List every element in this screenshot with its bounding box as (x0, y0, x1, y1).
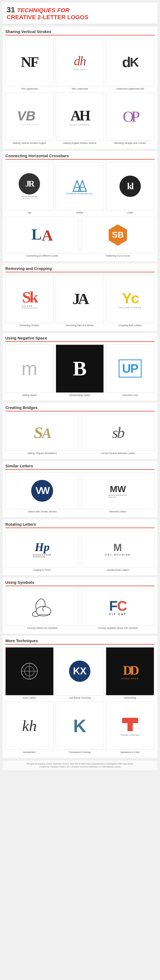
svg-marker-2 (78, 181, 86, 191)
section-title: Connecting Horizontal Crossbars (5, 153, 155, 160)
fc-c: C (117, 598, 126, 614)
list-item: K Transparent Overlap (56, 702, 104, 754)
logo-label: Transparent Overlap (69, 751, 91, 754)
logo-grid: m Adding Space B Manipulating Space UP U… (5, 345, 155, 397)
kh-logo: kh (22, 717, 37, 735)
title-number: 31 (7, 6, 17, 14)
logo-label: Upside-Down Letters (107, 569, 129, 572)
fc-wrap: FC FIT CAT (109, 599, 126, 616)
logo-grid: Hp SPARHANGERHORSECARE Angling to Touch … (5, 531, 155, 572)
section-title: Sharing Vertical Strokes (5, 29, 155, 35)
dd-sub: DIANA DOGG (121, 678, 139, 679)
nf-logo: NF (21, 54, 38, 70)
mw-sub: MARKWEAVERDESIGN (109, 494, 127, 498)
footer: All logos are property of their respecti… (3, 760, 157, 771)
alireza-svg (69, 178, 90, 192)
logo-label: Turning Negative Space Into Symbols (98, 627, 138, 630)
logo-box-la: LA (5, 216, 79, 253)
logo-label: Angling to Touch (34, 569, 51, 572)
sk-wrap: Sk SALOMEKLOPFENSTEIN (6, 275, 53, 323)
logo-label: Making Vertical Strokes Angled (13, 142, 46, 145)
dk-logo: dK (122, 54, 138, 70)
mw-wrap: MW MARKWEAVERDESIGN (109, 484, 127, 498)
comedy-svg (20, 662, 39, 681)
swan-svg (29, 594, 56, 620)
logo-box-ja: JA (56, 275, 104, 323)
logo-box-kh: kh (5, 702, 54, 750)
sa-logo: SA (34, 423, 51, 442)
section-negative-space: Using Negative Space m Adding Space B Ma… (3, 333, 157, 401)
logo-label: Two Uppercase (21, 88, 38, 91)
logo-label: Two Lowercase (72, 88, 88, 91)
m-logo: m (21, 358, 37, 379)
mw-logo: MW (110, 484, 126, 494)
list-item: Hp SPARHANGERHORSECARE Angling to Touch (5, 531, 79, 572)
alireza-wrap: ALIREZA HOLDING CO. (67, 178, 93, 194)
list-item: Tommy Chandra Variations in Color (106, 702, 154, 754)
list-item: FC FIT CAT Turning Negative Space Into S… (81, 589, 155, 630)
logo-label: Top (27, 211, 32, 215)
logo-label: Turning Letters into Symbols (27, 627, 57, 630)
logo-box-vb: VB VILLABOUND (5, 92, 54, 141)
sb2-logo: sb (112, 424, 124, 442)
logo-box-kl: kl (106, 162, 154, 210)
logo-box-nf: NF (5, 38, 54, 86)
logo-label: Removing Strokes (20, 324, 40, 327)
list-item: DD DIANA DOGG Interlocking (106, 647, 154, 699)
section-removing-cropping: Removing and Cropping Sk SALOMEKLOPFENST… (3, 264, 157, 331)
list-item: KX Just Barely Touching (56, 647, 104, 699)
fc-sub: FIT CAT (109, 613, 126, 616)
logo-label: Unbroken Line (122, 394, 138, 397)
logo-label: Letters with Similar Strokes (27, 510, 56, 514)
list-item: dK Lowercase-Uppercase Mix (106, 38, 154, 90)
kl-circle: kl (120, 176, 141, 197)
ah-logo-wrap: AH ALAN HANNAH (70, 107, 90, 126)
svg-marker-1 (73, 181, 81, 191)
logo-label: Variations in Color (120, 751, 140, 754)
list-item: B Manipulating Space (56, 345, 104, 397)
list-item: Turning Letters into Symbols (5, 589, 79, 630)
logo-label: Adding Shapes/ Illustrations (27, 452, 57, 455)
logo-box-tc: Tommy Chandra (106, 702, 154, 750)
kx-circle: KX (69, 660, 90, 682)
yc-logo: Yc (122, 290, 138, 307)
vb-sub: VILLABOUND (21, 124, 38, 126)
artm-text: ART MACHINE (105, 554, 131, 556)
list-item: Yc YELLOW STROKE Cropping Both Letters (106, 275, 154, 327)
jr-circle: JR (19, 173, 40, 194)
logo-box-sk: Sk SALOMEKLOPFENSTEIN (5, 275, 54, 323)
list-item: JR Jarod RichardsCOMMUNICATIONS Top (5, 162, 54, 215)
list-item: m Adding Space (5, 345, 54, 397)
sp-logo: Hp (35, 540, 50, 554)
fc-logo: FC (109, 599, 126, 613)
logo-box-comedy (5, 647, 54, 695)
logo-grid: Sk SALOMEKLOPFENSTEIN Removing Strokes J… (5, 275, 155, 327)
kx-text: KX (73, 666, 86, 677)
logo-box-dh: dh diana hallen (56, 38, 104, 86)
section-title: Creating Bridges (5, 405, 155, 411)
logo-box-sp: Hp SPARHANGERHORSECARE (5, 531, 79, 568)
sb-hex: SB (107, 224, 128, 246)
jr-sub: Jarod RichardsCOMMUNICATIONS (20, 196, 39, 199)
logo-box-alireza: ALIREZA HOLDING CO. (56, 162, 104, 210)
logo-label: Making Angled Strokes Vertical (63, 142, 96, 145)
vb-svg: VB (18, 108, 41, 124)
logo-grid: Inset Letters KX Just Barely Touching DD… (5, 647, 155, 754)
logo-box-m: m (5, 345, 54, 393)
logo-box-jr: JR Jarod RichardsCOMMUNICATIONS (5, 162, 54, 210)
list-item: M ART MACHINE Upside-Down Letters (81, 531, 155, 572)
vw-circle: VW (31, 480, 53, 502)
page-title: 31 TECHNIQUES FORCREATIVE 2-LETTER LOGOS (7, 6, 153, 21)
logo-grid: SA Adding Shapes/ Illustrations sb Curve… (5, 414, 155, 455)
la-a: A (42, 227, 53, 244)
ah-sub: ALAN HANNAH (70, 124, 90, 126)
logo-box-sb2: sb (81, 414, 155, 451)
vw-inner: VW (35, 485, 49, 496)
logo-box-artm: M ART MACHINE (81, 531, 155, 568)
section-title: Removing and Cropping (5, 266, 155, 272)
list-item: Inset Letters (5, 647, 54, 699)
list-item: ALIREZA HOLDING CO. Middle (56, 162, 104, 215)
list-item: dh diana hallen Two Lowercase (56, 38, 104, 90)
artm-logo: M (114, 542, 122, 554)
list-item: kl Lower (106, 162, 154, 215)
